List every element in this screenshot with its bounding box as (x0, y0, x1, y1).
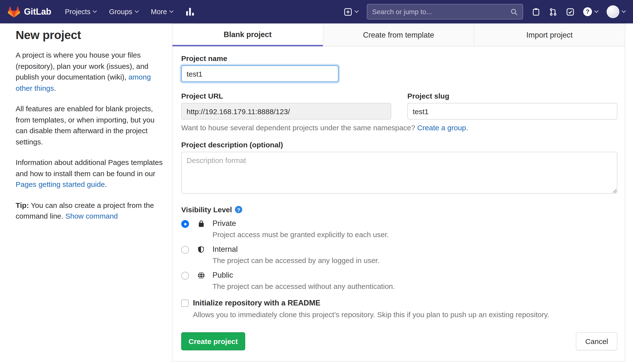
visibility-help-icon[interactable]: ? (235, 206, 242, 213)
private-description: Project access must be granted explicitl… (212, 230, 389, 240)
page-title: New project (16, 28, 162, 42)
namespace-hint: Want to house several dependent projects… (181, 124, 617, 132)
paragraph-text: . (105, 180, 107, 188)
visibility-level-label: Visibility Level (181, 206, 232, 214)
public-radio[interactable] (181, 272, 189, 280)
pages-guide-link[interactable]: Pages getting started guide (16, 180, 105, 188)
public-label: Public (212, 270, 395, 280)
public-description: The project can be accessed without any … (212, 282, 395, 291)
analytics-button[interactable] (186, 7, 194, 16)
create-project-button[interactable]: Create project (181, 332, 245, 350)
merge-requests-button[interactable] (549, 8, 557, 16)
project-url-field[interactable] (181, 103, 391, 120)
bar-chart-icon (186, 7, 194, 16)
visibility-option-internal: Internal The project can be accessed by … (181, 244, 617, 266)
project-name-input[interactable] (181, 66, 339, 82)
sidebar-paragraph-3: Information about additional Pages templ… (16, 157, 163, 190)
nav-more[interactable]: More (151, 8, 173, 16)
visibility-option-private: Private Project access must be granted e… (181, 218, 617, 240)
visibility-option-public: Public The project can be accessed witho… (181, 270, 617, 291)
search-icon (510, 8, 518, 15)
internal-label: Internal (212, 244, 380, 254)
show-command-link[interactable]: Show command (65, 212, 118, 220)
nav-projects-label: Projects (65, 8, 91, 16)
shield-icon (197, 246, 207, 256)
new-project-panel: Blank project Create from template Impor… (172, 24, 625, 362)
lock-icon (197, 220, 207, 230)
gitlab-new-project-page: GitLab Projects Groups More (0, 0, 633, 364)
blank-project-form: Project name Project URL Project slug Wa… (172, 46, 625, 361)
help-menu-button[interactable]: ? (583, 7, 598, 16)
gitlab-home-link[interactable]: GitLab (8, 6, 51, 18)
hint-text: Want to house several dependent projects… (181, 124, 417, 132)
sidebar-paragraph-1: A project is where you house your files … (16, 50, 163, 94)
project-description-textarea[interactable] (181, 152, 617, 194)
private-radio[interactable] (181, 220, 189, 228)
avatar (607, 5, 619, 18)
chevron-down-icon (135, 9, 139, 13)
project-slug-label: Project slug (407, 92, 617, 100)
clipboard-issues-icon (532, 8, 540, 16)
tab-create-from-template[interactable]: Create from template (323, 24, 474, 46)
project-description-label: Project description (optional) (181, 140, 617, 149)
new-project-sidebar: New project A project is where you house… (0, 24, 172, 232)
chevron-down-icon (355, 9, 359, 13)
internal-description: The project can be accessed by any logge… (212, 256, 380, 266)
global-search (367, 4, 523, 20)
create-a-group-link[interactable]: Create a group. (417, 124, 468, 132)
top-navbar: GitLab Projects Groups More (0, 0, 633, 24)
merge-request-icon (549, 8, 557, 16)
issues-button[interactable] (532, 8, 540, 16)
form-actions: Create project Cancel (181, 332, 617, 350)
nav-projects[interactable]: Projects (65, 8, 97, 16)
search-input[interactable] (372, 8, 510, 16)
nav-groups[interactable]: Groups (109, 8, 138, 16)
gitlab-tanuki-logo-icon (8, 6, 20, 18)
tab-blank-project[interactable]: Blank project (172, 24, 323, 46)
internal-radio[interactable] (181, 246, 189, 254)
readme-checkbox[interactable] (181, 300, 189, 307)
main-menu: Projects Groups More (65, 8, 173, 16)
tip-label: Tip: (16, 201, 29, 209)
help-icon: ? (583, 7, 592, 16)
chevron-down-icon (622, 9, 626, 13)
nav-more-label: More (151, 8, 167, 16)
globe-icon (197, 271, 207, 282)
project-slug-input[interactable] (407, 103, 617, 120)
project-name-label: Project name (181, 54, 617, 62)
paragraph-text: Information about additional Pages templ… (16, 158, 163, 177)
project-url-label: Project URL (181, 92, 391, 100)
new-menu-button[interactable] (344, 8, 358, 16)
chevron-down-icon (169, 9, 173, 13)
tab-import-project[interactable]: Import project (474, 24, 625, 46)
nav-groups-label: Groups (109, 8, 132, 16)
readme-description: Allows you to immediately clone this pro… (193, 310, 549, 320)
project-type-tabs: Blank project Create from template Impor… (172, 24, 625, 46)
readme-label: Initialize repository with a README (193, 298, 549, 308)
plus-square-icon (344, 8, 352, 16)
check-square-icon (566, 8, 574, 16)
paragraph-text: . (54, 84, 56, 92)
initialize-readme-row: Initialize repository with a README Allo… (181, 298, 617, 320)
private-label: Private (212, 218, 389, 228)
chevron-down-icon (594, 9, 598, 13)
visibility-options: Private Project access must be granted e… (181, 218, 617, 291)
user-menu-button[interactable] (607, 5, 625, 18)
chevron-down-icon (93, 9, 97, 13)
sidebar-tip: Tip: You can also create a project from … (16, 200, 163, 222)
todos-button[interactable] (566, 8, 574, 16)
brand-wordmark: GitLab (24, 6, 51, 17)
sidebar-paragraph-2: All features are enabled for blank proje… (16, 104, 163, 147)
cancel-button[interactable]: Cancel (576, 332, 617, 350)
